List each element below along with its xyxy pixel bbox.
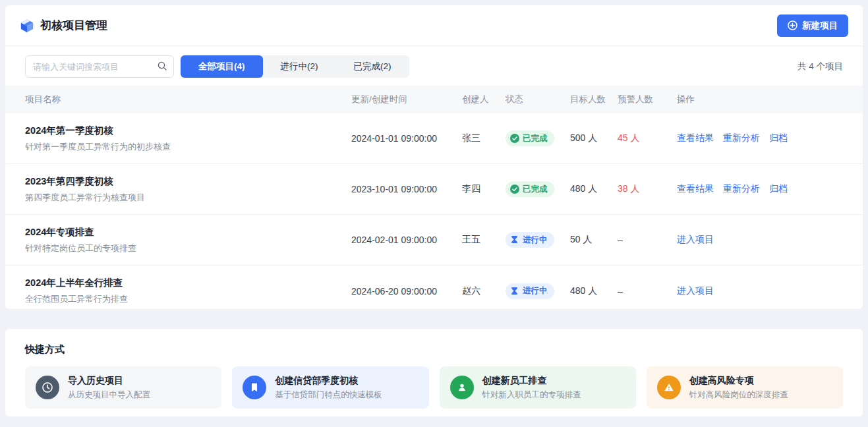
shortcut-desc: 基于信贷部门特点的快速模板 xyxy=(275,389,382,401)
shortcut-desc: 从历史项目中导入配置 xyxy=(68,389,150,401)
shortcut-card[interactable]: 导入历史项目 从历史项目中导入配置 xyxy=(25,366,221,409)
column-header-6: 操作 xyxy=(677,94,843,105)
tab-1[interactable]: 进行中(2) xyxy=(263,55,336,78)
row-actions: 查看结果重新分析归档 xyxy=(677,183,843,195)
warning-count: – xyxy=(618,235,677,245)
column-header-3: 状态 xyxy=(506,94,570,105)
table-row: 2024年第一季度初核 针对第一季度员工异常行为的初步核查 2024-01-01… xyxy=(5,113,863,164)
project-panel: 初核项目管理 新建项目 全部项目(4)进行中(2)已完成(2) 共 4 个项目 … xyxy=(5,5,863,309)
warning-icon xyxy=(657,376,681,399)
table-body: 2024年第一季度初核 针对第一季度员工异常行为的初步核查 2024-01-01… xyxy=(5,113,863,309)
column-header-2: 创建人 xyxy=(462,94,506,105)
shortcuts-title: 快捷方式 xyxy=(25,343,843,356)
target-count: 500 人 xyxy=(570,132,618,144)
warning-count: 45 人 xyxy=(618,132,677,144)
action-link[interactable]: 进入项目 xyxy=(677,234,714,246)
project-time: 2024-06-20 09:00:00 xyxy=(351,286,462,297)
project-desc: 第四季度员工异常行为核查项目 xyxy=(25,192,351,204)
status-badge: 进行中 xyxy=(506,232,554,248)
table-row: 2024年专项排查 针对特定岗位员工的专项排查 2024-02-01 09:00… xyxy=(5,215,863,266)
table-row: 2023年第四季度初核 第四季度员工异常行为核查项目 2023-10-01 09… xyxy=(5,164,863,215)
shortcut-title: 创建高风险专项 xyxy=(689,375,788,387)
hourglass-icon xyxy=(510,235,519,244)
cube-icon xyxy=(20,18,34,33)
row-actions: 进入项目 xyxy=(677,285,843,297)
status-badge: 已完成 xyxy=(506,181,554,197)
tab-0[interactable]: 全部项目(4) xyxy=(181,55,263,78)
action-link[interactable]: 进入项目 xyxy=(677,285,714,297)
project-creator: 张三 xyxy=(462,132,506,144)
total-count: 共 4 个项目 xyxy=(797,61,843,72)
hourglass-icon xyxy=(510,287,519,296)
search-box xyxy=(25,55,174,78)
project-name: 2023年第四季度初核 xyxy=(25,175,351,188)
warning-count: 38 人 xyxy=(618,183,677,195)
project-desc: 针对第一季度员工异常行为的初步核查 xyxy=(25,141,351,153)
column-header-5: 预警人数 xyxy=(618,94,677,105)
check-circle-icon xyxy=(510,134,519,143)
shortcut-title: 创建信贷部季度初核 xyxy=(275,375,382,387)
column-header-1: 更新/创建时间 xyxy=(351,94,462,105)
tab-2[interactable]: 已完成(2) xyxy=(336,55,409,78)
action-link[interactable]: 归档 xyxy=(769,132,788,144)
target-count: 480 人 xyxy=(570,183,618,195)
table-header: 项目名称更新/创建时间创建人状态目标人数预警人数操作 xyxy=(5,86,863,113)
project-creator: 赵六 xyxy=(462,285,506,297)
project-name: 2024年第一季度初核 xyxy=(25,125,351,137)
shortcuts-grid: 导入历史项目 从历史项目中导入配置 创建信贷部季度初核 基于信贷部门特点的快速模… xyxy=(25,366,843,409)
page-title: 初核项目管理 xyxy=(40,18,107,33)
shortcuts-panel: 快捷方式 导入历史项目 从历史项目中导入配置 创建信贷部季度初核 基于信贷部门特… xyxy=(5,329,863,416)
row-actions: 查看结果重新分析归档 xyxy=(677,132,843,144)
check-circle-icon xyxy=(510,185,519,194)
status-badge: 进行中 xyxy=(506,283,554,299)
table-row: 2024年上半年全行排查 全行范围员工异常行为排查 2024-06-20 09:… xyxy=(5,266,863,309)
status-badge: 已完成 xyxy=(506,130,554,146)
project-time: 2024-02-01 09:00:00 xyxy=(351,235,462,245)
column-header-4: 目标人数 xyxy=(570,94,618,105)
action-link[interactable]: 重新分析 xyxy=(723,132,760,144)
filter-tabs: 全部项目(4)进行中(2)已完成(2) xyxy=(181,55,409,78)
action-link[interactable]: 重新分析 xyxy=(723,183,760,195)
search-input[interactable] xyxy=(25,55,174,78)
shortcut-title: 导入历史项目 xyxy=(68,375,150,387)
clock-icon xyxy=(36,376,59,399)
new-project-label: 新建项目 xyxy=(802,20,838,32)
project-creator: 王五 xyxy=(462,234,506,246)
shortcut-desc: 针对高风险岗位的深度排查 xyxy=(689,389,788,401)
shortcut-title: 创建新员工排查 xyxy=(482,375,581,387)
row-actions: 进入项目 xyxy=(677,234,843,246)
project-time: 2024-01-01 09:00:00 xyxy=(351,133,462,144)
action-link[interactable]: 归档 xyxy=(769,183,788,195)
new-project-button[interactable]: 新建项目 xyxy=(777,14,848,37)
project-desc: 针对特定岗位员工的专项排查 xyxy=(25,242,351,254)
search-icon[interactable] xyxy=(157,61,167,71)
target-count: 50 人 xyxy=(570,234,618,246)
toolbar: 全部项目(4)进行中(2)已完成(2) 共 4 个项目 xyxy=(25,55,843,78)
project-name: 2024年专项排查 xyxy=(25,226,351,239)
page-header: 初核项目管理 新建项目 xyxy=(5,5,863,46)
project-name: 2024年上半年全行排查 xyxy=(25,277,351,289)
shortcut-desc: 针对新入职员工的专项排查 xyxy=(482,389,581,401)
shortcut-card[interactable]: 创建新员工排查 针对新入职员工的专项排查 xyxy=(440,366,636,409)
bookmark-icon xyxy=(243,376,266,399)
column-header-0: 项目名称 xyxy=(25,94,351,105)
project-creator: 李四 xyxy=(462,183,506,195)
target-count: 480 人 xyxy=(570,285,618,297)
shortcut-card[interactable]: 创建高风险专项 针对高风险岗位的深度排查 xyxy=(647,366,843,409)
shortcut-card[interactable]: 创建信贷部季度初核 基于信贷部门特点的快速模板 xyxy=(232,366,428,409)
action-link[interactable]: 查看结果 xyxy=(677,183,714,195)
user-icon xyxy=(450,376,474,399)
project-time: 2023-10-01 09:00:00 xyxy=(351,184,462,194)
action-link[interactable]: 查看结果 xyxy=(677,132,714,144)
plus-icon xyxy=(788,20,797,30)
project-desc: 全行范围员工异常行为排查 xyxy=(25,293,351,305)
warning-count: – xyxy=(618,286,677,297)
